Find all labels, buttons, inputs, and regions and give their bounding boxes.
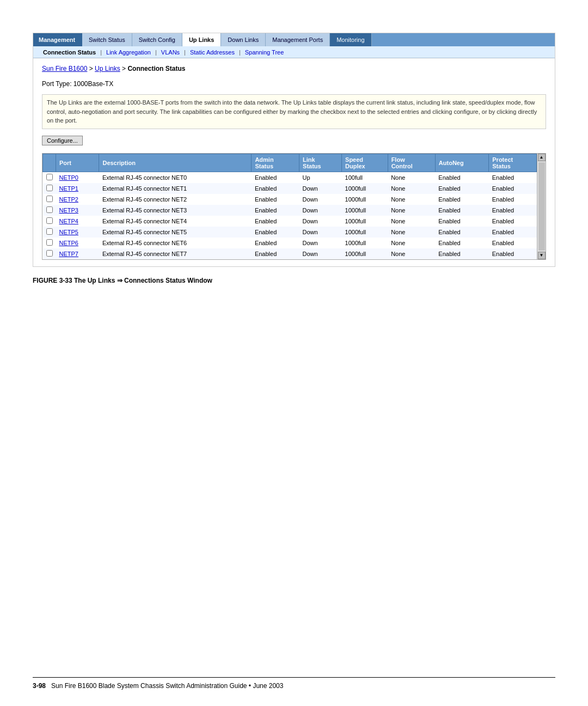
table-row: NETP2 External RJ-45 connector NET2 Enab…: [43, 194, 537, 205]
breadcrumb-current: Connection Status: [127, 65, 185, 72]
sub-nav: Connection Status | Link Aggregation | V…: [33, 46, 555, 58]
subnav-static-addresses[interactable]: Static Addresses: [186, 49, 239, 56]
table-row: NETP4 External RJ-45 connector NET4 Enab…: [43, 216, 537, 227]
row-autoneg: Enabled: [435, 183, 488, 194]
port-link[interactable]: NETP3: [59, 207, 78, 214]
table-row: NETP6 External RJ-45 connector NET6 Enab…: [43, 238, 537, 248]
subnav-connection-status[interactable]: Connection Status: [39, 49, 100, 56]
row-protect: Enabled: [489, 172, 537, 183]
subnav-vlans[interactable]: VLANs: [157, 49, 184, 56]
row-autoneg: Enabled: [435, 238, 488, 248]
table-header-row: Port Description AdminStatus LinkStatus …: [43, 154, 537, 172]
row-admin: Enabled: [252, 205, 299, 216]
ports-table-wrapper: Port Description AdminStatus LinkStatus …: [42, 153, 546, 260]
row-speed: 1000full: [342, 238, 388, 248]
tab-management-ports[interactable]: Management Ports: [266, 33, 330, 46]
table-row: NETP3 External RJ-45 connector NET3 Enab…: [43, 205, 537, 216]
brand-area: Management: [33, 33, 82, 46]
row-speed: 1000full: [342, 248, 388, 259]
row-checkbox-cell: [43, 248, 56, 259]
col-autoneg: AutoNeg: [435, 154, 488, 172]
ports-table: Port Description AdminStatus LinkStatus …: [42, 154, 537, 259]
row-checkbox-cell: [43, 183, 56, 194]
configure-button[interactable]: Configure...: [42, 136, 83, 145]
row-admin: Enabled: [252, 183, 299, 194]
row-protect: Enabled: [489, 205, 537, 216]
scrollbar-thumb: [538, 162, 545, 251]
nav-tabs: Switch Status Switch Config Up Links Dow…: [82, 33, 555, 46]
row-speed: 100full: [342, 172, 388, 183]
row-checkbox[interactable]: [46, 185, 53, 191]
subnav-link-aggregation[interactable]: Link Aggregation: [102, 49, 155, 56]
row-link: Up: [299, 172, 342, 183]
row-checkbox[interactable]: [46, 217, 53, 224]
tab-down-links[interactable]: Down Links: [221, 33, 266, 46]
col-description: Description: [99, 154, 252, 172]
row-description: External RJ-45 connector NET3: [99, 205, 252, 216]
port-link[interactable]: NETP2: [59, 196, 78, 203]
row-speed: 1000full: [342, 205, 388, 216]
row-port: NETP4: [56, 216, 99, 227]
breadcrumb-sunfire[interactable]: Sun Fire B1600: [42, 65, 87, 72]
row-checkbox[interactable]: [46, 250, 53, 257]
row-description: External RJ-45 connector NET6: [99, 238, 252, 248]
col-speed-duplex: SpeedDuplex: [342, 154, 388, 172]
figure-caption-text: FIGURE 3-33 The Up Links ⇒ Connections S…: [33, 277, 212, 284]
scrollbar-down-btn[interactable]: ▼: [538, 252, 546, 259]
row-admin: Enabled: [252, 172, 299, 183]
scrollbar-up-btn[interactable]: ▲: [538, 154, 546, 161]
row-flow: None: [388, 216, 435, 227]
row-port: NETP0: [56, 172, 99, 183]
row-flow: None: [388, 194, 435, 205]
row-link: Down: [299, 194, 342, 205]
port-link[interactable]: NETP7: [59, 251, 78, 257]
row-flow: None: [388, 205, 435, 216]
row-checkbox-cell: [43, 172, 56, 183]
row-flow: None: [388, 172, 435, 183]
row-admin: Enabled: [252, 248, 299, 259]
row-description: External RJ-45 connector NET2: [99, 194, 252, 205]
row-protect: Enabled: [489, 194, 537, 205]
row-checkbox[interactable]: [46, 228, 53, 235]
row-speed: 1000full: [342, 227, 388, 238]
tab-switch-config[interactable]: Switch Config: [132, 33, 182, 46]
row-checkbox-cell: [43, 205, 56, 216]
tab-switch-status[interactable]: Switch Status: [82, 33, 132, 46]
port-link[interactable]: NETP6: [59, 240, 78, 246]
row-checkbox[interactable]: [46, 206, 53, 213]
port-link[interactable]: NETP4: [59, 218, 78, 224]
port-link[interactable]: NETP0: [59, 174, 78, 181]
row-link: Down: [299, 205, 342, 216]
row-protect: Enabled: [489, 238, 537, 248]
table-row: NETP5 External RJ-45 connector NET5 Enab…: [43, 227, 537, 238]
row-autoneg: Enabled: [435, 172, 488, 183]
row-port: NETP2: [56, 194, 99, 205]
row-checkbox[interactable]: [46, 174, 53, 180]
scrollbar-right[interactable]: ▲ ▼: [537, 154, 546, 259]
footer-page-num: 3-98: [33, 682, 46, 690]
table-row: NETP7 External RJ-45 connector NET7 Enab…: [43, 248, 537, 259]
tab-monitoring[interactable]: Monitoring: [330, 33, 371, 46]
row-checkbox-cell: [43, 194, 56, 205]
breadcrumb-uplinks[interactable]: Up Links: [95, 65, 120, 72]
row-description: External RJ-45 connector NET5: [99, 227, 252, 238]
figure-caption: FIGURE 3-33 The Up Links ⇒ Connections S…: [33, 277, 555, 284]
tab-up-links[interactable]: Up Links: [182, 33, 221, 46]
port-link[interactable]: NETP1: [59, 185, 78, 192]
row-link: Down: [299, 248, 342, 259]
row-port: NETP7: [56, 248, 99, 259]
row-checkbox[interactable]: [46, 196, 53, 202]
row-flow: None: [388, 248, 435, 259]
port-link[interactable]: NETP5: [59, 229, 78, 235]
footer-title: Sun Fire B1600 Blade System Chassis Swit…: [51, 682, 283, 690]
top-nav: Management Switch Status Switch Config U…: [33, 33, 555, 46]
row-description: External RJ-45 connector NET0: [99, 172, 252, 183]
subnav-spanning-tree[interactable]: Spanning Tree: [241, 49, 289, 56]
row-flow: None: [388, 238, 435, 248]
port-type-label: Port Type: 1000Base-TX: [42, 80, 546, 88]
row-port: NETP1: [56, 183, 99, 194]
row-autoneg: Enabled: [435, 205, 488, 216]
col-link-status: LinkStatus: [299, 154, 342, 172]
row-checkbox[interactable]: [46, 239, 53, 246]
breadcrumb: Sun Fire B1600 > Up Links > Connection S…: [42, 65, 546, 72]
